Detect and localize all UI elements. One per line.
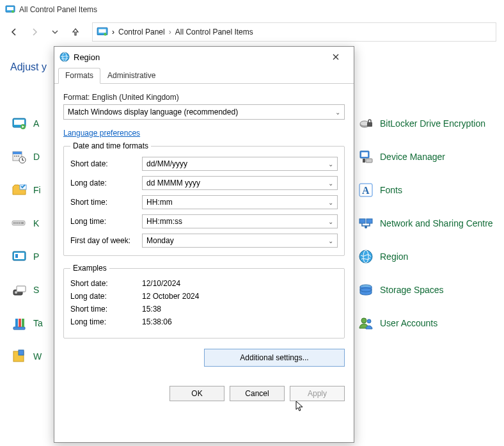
svg-rect-22 <box>21 222 24 224</box>
cp-item-network-sharing[interactable]: Network and Sharing Centre <box>358 211 499 235</box>
format-select[interactable]: Match Windows display language (recommen… <box>63 104 345 120</box>
svg-rect-1 <box>7 7 13 10</box>
svg-rect-12 <box>14 155 15 157</box>
breadcrumb-item[interactable]: Control Panel <box>118 28 165 36</box>
svg-rect-44 <box>359 219 365 223</box>
tab-body-formats: Format: English (United Kingdom) Match W… <box>54 84 354 381</box>
example-long-time-value: 15:38:06 <box>142 317 172 326</box>
short-time-select[interactable]: HH:mm⌄ <box>142 195 338 209</box>
breadcrumb-item[interactable]: All Control Panel Items <box>175 28 253 36</box>
recent-dropdown-button[interactable] <box>49 26 61 38</box>
svg-rect-21 <box>19 222 20 224</box>
apply-button[interactable]: Apply <box>290 386 345 401</box>
dialog-tabs: Formats Administrative <box>54 67 354 84</box>
example-short-date-label: Short date: <box>70 279 142 288</box>
window-titlebar: All Control Panel Items <box>0 0 504 19</box>
additional-settings-button[interactable]: Additional settings... <box>204 349 345 367</box>
first-day-label: First day of week: <box>70 236 142 245</box>
svg-rect-7 <box>14 120 24 125</box>
svg-rect-45 <box>366 219 372 223</box>
svg-point-2 <box>12 10 14 13</box>
format-label: Format: English (United Kingdom) <box>63 93 345 102</box>
cp-item-bitlocker[interactable]: BitLocker Drive Encryption <box>358 111 499 136</box>
window-title: All Control Panel Items <box>19 5 97 14</box>
dialog-button-row: OK Cancel Apply <box>54 381 354 409</box>
svg-rect-14 <box>18 155 19 157</box>
long-date-label: Long date: <box>70 179 142 187</box>
example-short-time-value: 15:38 <box>142 305 161 314</box>
svg-rect-30 <box>15 319 18 327</box>
example-long-date-label: Long date: <box>70 292 142 301</box>
chevron-down-icon: ⌄ <box>328 237 333 244</box>
dialog-titlebar[interactable]: Region <box>54 47 354 67</box>
short-time-label: Short time: <box>70 198 142 207</box>
cp-item-region[interactable]: Region <box>358 244 499 269</box>
svg-point-5 <box>104 33 107 36</box>
forward-button[interactable] <box>28 26 41 38</box>
svg-rect-39 <box>361 152 368 157</box>
example-short-time-label: Short time: <box>70 305 142 314</box>
svg-rect-32 <box>22 319 24 327</box>
svg-rect-37 <box>367 122 372 127</box>
up-button[interactable] <box>69 26 82 38</box>
chevron-down-icon: ⌄ <box>335 109 340 116</box>
svg-rect-27 <box>17 286 26 292</box>
svg-point-28 <box>15 291 17 294</box>
svg-rect-11 <box>13 152 22 154</box>
chevron-down-icon: ⌄ <box>328 199 333 206</box>
svg-rect-20 <box>17 222 19 224</box>
back-button[interactable] <box>8 26 20 38</box>
close-button[interactable] <box>323 48 349 66</box>
group-legend: Examples <box>70 264 109 273</box>
address-bar[interactable]: › Control Panel › All Control Panel Item… <box>92 22 496 42</box>
svg-text:A: A <box>362 185 370 196</box>
svg-rect-25 <box>15 254 18 258</box>
cancel-button[interactable]: Cancel <box>230 386 285 401</box>
svg-rect-13 <box>16 155 17 157</box>
svg-rect-41 <box>366 159 372 163</box>
format-select-value: Match Windows display language (recommen… <box>68 108 238 116</box>
short-date-select[interactable]: dd/MM/yyyy⌄ <box>142 157 338 171</box>
group-legend: Date and time formats <box>70 141 151 150</box>
cp-item-storage-spaces[interactable]: Storage Spaces <box>358 278 499 302</box>
svg-rect-29 <box>13 327 25 330</box>
region-dialog: Region Formats Administrative Format: En… <box>54 46 354 443</box>
language-preferences-link[interactable]: Language preferences <box>63 129 140 138</box>
breadcrumb-sep: › <box>112 28 114 36</box>
long-date-select[interactable]: dd MMMM yyyy⌄ <box>142 176 338 190</box>
cp-item-fonts[interactable]: AFonts <box>358 178 499 202</box>
svg-rect-4 <box>98 29 106 33</box>
chevron-down-icon: ⌄ <box>328 180 333 187</box>
globe-icon <box>59 52 70 62</box>
svg-point-52 <box>367 319 371 323</box>
long-time-select[interactable]: HH:mm:ss⌄ <box>142 214 338 228</box>
tab-formats[interactable]: Formats <box>58 68 100 84</box>
long-time-label: Long time: <box>70 217 142 226</box>
breadcrumb-sep: › <box>169 28 171 36</box>
svg-rect-34 <box>19 350 24 355</box>
examples-group: Examples Short date:12/10/2024 Long date… <box>63 264 345 338</box>
svg-rect-31 <box>19 319 21 327</box>
svg-point-46 <box>365 226 367 228</box>
page-heading-partial: Adjust y <box>10 61 47 73</box>
chevron-down-icon: ⌄ <box>328 161 333 168</box>
short-date-label: Short date: <box>70 159 142 168</box>
nav-toolbar: › Control Panel › All Control Panel Item… <box>0 19 504 45</box>
first-day-select[interactable]: Monday⌄ <box>142 234 338 248</box>
date-time-formats-group: Date and time formats Short date:dd/MM/y… <box>63 141 345 256</box>
svg-rect-18 <box>13 222 15 224</box>
tab-administrative[interactable]: Administrative <box>100 68 162 84</box>
cp-item-device-manager[interactable]: Device Manager <box>358 145 499 169</box>
svg-rect-19 <box>15 222 17 224</box>
cp-item-user-accounts[interactable]: User Accounts <box>358 311 499 335</box>
svg-point-51 <box>361 318 366 323</box>
svg-point-47 <box>359 250 372 263</box>
example-long-date-value: 12 October 2024 <box>142 292 199 301</box>
control-panel-icon <box>5 4 15 15</box>
svg-rect-40 <box>363 159 365 163</box>
example-long-time-label: Long time: <box>70 317 142 326</box>
ok-button[interactable]: OK <box>169 386 224 401</box>
example-short-date-value: 12/10/2024 <box>142 279 180 288</box>
dialog-title: Region <box>74 52 323 62</box>
control-panel-icon <box>97 26 108 38</box>
